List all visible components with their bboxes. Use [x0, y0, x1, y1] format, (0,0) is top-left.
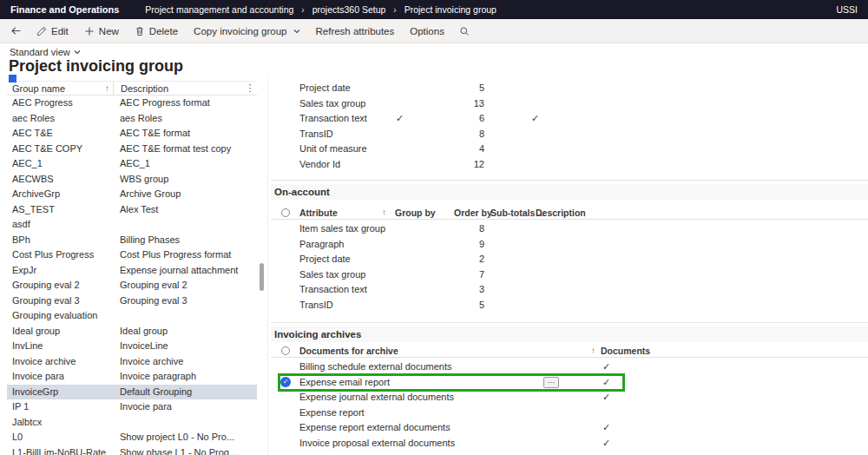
attribute-row[interactable]: Sales tax group7: [271, 267, 868, 283]
selected-radio-icon[interactable]: ✓: [280, 377, 291, 387]
group-row[interactable]: AEC_1AEC_1: [7, 156, 257, 172]
vertical-scrollbar[interactable]: [260, 81, 265, 455]
group-name-cell: AECWBS: [7, 172, 113, 188]
back-button[interactable]: [3, 19, 29, 43]
group-name-cell: Invoice para: [7, 369, 113, 385]
copy-invoicing-group-button[interactable]: Copy invoicing group: [186, 19, 307, 43]
select-all-radio[interactable]: [281, 346, 290, 355]
attribute-name: Item sales tax group: [299, 221, 385, 237]
group-row[interactable]: InvLineInvoiceLine: [7, 339, 257, 354]
attribute-name: Project date: [299, 81, 351, 96]
group-row[interactable]: AS_TESTAlex Test: [7, 202, 257, 218]
archive-row[interactable]: Expense report: [271, 406, 868, 421]
group-row[interactable]: aec Rolesaes Roles: [7, 111, 257, 127]
attribute-row[interactable]: Vendor Id12: [271, 157, 868, 173]
group-row[interactable]: asdf: [7, 217, 257, 233]
edit-button[interactable]: Edit: [29, 19, 76, 43]
column-header-documents[interactable]: Documents: [601, 344, 650, 358]
column-header-group-name[interactable]: Group name ↑: [7, 83, 113, 94]
column-header-attribute[interactable]: Attribute: [299, 206, 338, 220]
group-desc-cell: Cost Plus Progress format: [113, 247, 257, 263]
archive-name: Expense report: [299, 406, 365, 421]
on-account-section-header[interactable]: On-account: [271, 184, 868, 200]
options-button[interactable]: Options: [402, 19, 452, 43]
company-picker[interactable]: USSI: [836, 4, 858, 15]
group-row[interactable]: L0Show project L0 - No Pro...: [7, 430, 257, 445]
copy-button-label: Copy invoicing group: [194, 26, 286, 36]
group-row[interactable]: L1-BillLim-NoBU-RateShow phase L1 - No P…: [7, 445, 257, 455]
column-header-order-by[interactable]: Order by: [454, 206, 492, 220]
group-desc-cell: Archive Group: [113, 187, 257, 202]
attribute-row[interactable]: Project date5: [271, 81, 868, 96]
invoicing-archives-section-header[interactable]: Invoicing archives: [271, 326, 868, 342]
attribute-row[interactable]: Project date2: [271, 252, 868, 267]
attribute-row[interactable]: Transaction text3: [271, 282, 868, 298]
group-name-cell: Grouping eval 3: [7, 293, 113, 309]
column-header-group-by[interactable]: Group by: [395, 206, 436, 220]
back-arrow-icon: [10, 25, 22, 36]
chevron-right-icon: ›: [301, 5, 304, 15]
grid-more-options-icon[interactable]: ⋮: [243, 82, 257, 94]
archive-row[interactable]: Expense report external documents✓: [271, 420, 868, 436]
archive-row[interactable]: Billing schedule external documents✓: [271, 359, 868, 375]
app-name[interactable]: Finance and Operations: [10, 4, 119, 15]
group-row[interactable]: BPhBilling Phases: [7, 233, 257, 248]
breadcrumb-item-setup[interactable]: projects360 Setup: [312, 4, 386, 15]
refresh-attributes-button[interactable]: Refresh attributes: [308, 19, 403, 43]
archive-row[interactable]: ✓Expense email report···✓: [271, 375, 868, 391]
ellipsis-button[interactable]: ···: [543, 377, 559, 388]
group-row[interactable]: Invoice archiveInvoice archive: [7, 354, 257, 370]
breadcrumb-item-module[interactable]: Project management and accounting: [145, 4, 293, 15]
attribute-row[interactable]: TransID8: [271, 127, 868, 142]
group-row[interactable]: Grouping eval 3Grouping eval 3: [7, 293, 257, 309]
view-selector[interactable]: Standard view: [10, 47, 81, 57]
column-header-documents-for-archive[interactable]: Documents for archive: [299, 344, 398, 358]
group-name-cell: Cost Plus Progress: [7, 247, 113, 263]
attribute-row[interactable]: Sales tax group13: [271, 96, 868, 112]
group-row[interactable]: Grouping evaluation: [7, 308, 257, 324]
column-header-description[interactable]: Description: [113, 82, 243, 95]
order-by-value: 6: [441, 111, 484, 127]
sort-ascending-icon: ↑: [382, 206, 386, 220]
group-row[interactable]: ExpJrExpense journal attachment: [7, 263, 257, 279]
archive-row[interactable]: Invoice proposal external documents✓: [271, 436, 868, 452]
column-header-description[interactable]: Description: [536, 206, 586, 220]
attribute-name: Sales tax group: [299, 267, 365, 283]
select-all-radio[interactable]: [281, 208, 290, 217]
delete-button[interactable]: Delete: [127, 19, 186, 43]
group-name-cell: ArchiveGrp: [7, 187, 113, 202]
chevron-right-icon: ›: [393, 5, 396, 15]
documents-checkmark: ✓: [602, 420, 610, 436]
group-row[interactable]: Grouping eval 2Grouping eval 2: [7, 278, 257, 293]
group-row[interactable]: AEC T&E COPYAEC T&E format test copy: [7, 142, 257, 157]
details-panel: Project date5Sales tax group13Transactio…: [271, 78, 868, 455]
archive-row[interactable]: Expense journal external documents✓: [271, 390, 868, 406]
group-row[interactable]: Ideal groupIdeal group: [7, 324, 257, 340]
attribute-name: Unit of measure: [299, 142, 367, 157]
search-button[interactable]: [452, 19, 477, 43]
order-by-value: 2: [441, 252, 484, 267]
attribute-row[interactable]: TransID5: [271, 298, 868, 313]
group-row[interactable]: AEC ProgressAEC Progress format: [7, 96, 257, 111]
group-row[interactable]: AECWBSWBS group: [7, 172, 257, 188]
group-desc-cell: AEC T&E format test copy: [113, 142, 257, 157]
search-icon: [459, 26, 470, 36]
attribute-row[interactable]: Paragraph9: [271, 237, 868, 253]
group-row[interactable]: AEC T&EAEC T&E format: [7, 126, 257, 142]
group-row[interactable]: InvoiceGrpDefault Grouping: [7, 385, 257, 400]
new-button[interactable]: New: [76, 19, 127, 43]
group-desc-cell: [113, 415, 257, 431]
scrollbar-handle[interactable]: [260, 263, 264, 291]
group-row[interactable]: ArchiveGrpArchive Group: [7, 187, 257, 202]
group-row[interactable]: Invoice paraInvoice paragraph: [7, 369, 257, 385]
attribute-name: Transaction text: [299, 111, 367, 127]
group-row[interactable]: Cost Plus ProgressCost Plus Progress for…: [7, 247, 257, 263]
attribute-row[interactable]: Item sales tax group8: [271, 221, 868, 237]
attribute-row[interactable]: Unit of measure4: [271, 142, 868, 157]
attribute-name: Paragraph: [299, 237, 344, 253]
group-row[interactable]: IP 1Invocie para: [7, 399, 257, 415]
group-name-cell: AEC T&E: [7, 126, 113, 142]
attribute-row[interactable]: Transaction text✓6✓: [271, 111, 868, 127]
breadcrumb-item-page[interactable]: Project invoicing group: [404, 4, 496, 15]
group-row[interactable]: Jalbtcx: [7, 415, 257, 431]
